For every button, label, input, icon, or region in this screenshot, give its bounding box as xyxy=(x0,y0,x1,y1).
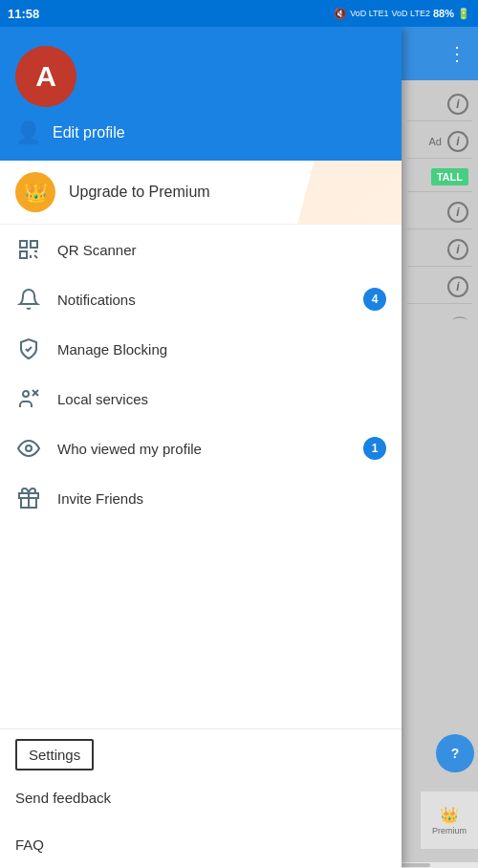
battery-icon: 🔋 xyxy=(457,8,470,20)
app-content: i Ad i TALL i i i ⌒ xyxy=(402,80,478,350)
notifications-badge: 4 xyxy=(363,288,386,311)
navigation-drawer: A 👤 Edit profile 👑 Upgrade to Premium xyxy=(0,27,402,868)
app-row-3: TALL xyxy=(407,163,472,192)
status-icons: 🔇 VoD LTE1 VoD LTE2 88% 🔋 xyxy=(334,8,470,20)
settings-button[interactable]: Settings xyxy=(15,739,94,770)
right-premium-tab[interactable]: 👑 Premium xyxy=(421,792,478,849)
curve-icon: ⌒ xyxy=(451,314,468,336)
fab-button[interactable]: ? xyxy=(436,734,474,772)
who-viewed-label: Who viewed my profile xyxy=(57,441,348,457)
who-viewed-badge: 1 xyxy=(363,437,386,460)
more-options-icon[interactable]: ⋮ xyxy=(447,42,467,65)
avatar: A xyxy=(15,46,76,107)
signal-icon1: VoD LTE1 xyxy=(350,9,388,18)
menu-item-qr-scanner[interactable]: QR Scanner xyxy=(0,225,402,274)
menu-item-invite-friends[interactable]: Invite Friends xyxy=(0,473,402,523)
gift-icon xyxy=(15,487,42,510)
person-icon: 👤 xyxy=(15,120,41,145)
edit-profile-label: Edit profile xyxy=(53,124,125,141)
mute-icon: 🔇 xyxy=(334,8,347,20)
faq-button[interactable]: FAQ xyxy=(0,821,402,868)
send-feedback-button[interactable]: Send feedback xyxy=(0,774,402,821)
status-bar: 11:58 🔇 VoD LTE1 VoD LTE2 88% 🔋 xyxy=(0,0,478,27)
info-icon-1: i xyxy=(447,94,468,115)
app-row-4: i xyxy=(407,196,472,229)
settings-wrapper: Settings xyxy=(0,729,402,774)
qr-scanner-icon xyxy=(15,238,42,261)
app-row-7: ⌒ xyxy=(407,308,472,342)
background-app: ⋮ i Ad i TALL i i i ⌒ xyxy=(402,27,478,868)
svg-point-7 xyxy=(23,391,29,397)
local-services-label: Local services xyxy=(57,391,386,407)
premium-icon-right: 👑 xyxy=(440,806,459,824)
info-icon-3: i xyxy=(447,202,468,223)
manage-blocking-label: Manage Blocking xyxy=(57,341,386,358)
battery-level: 88% xyxy=(433,8,454,19)
install-button[interactable]: TALL xyxy=(431,168,468,185)
qr-scanner-label: QR Scanner xyxy=(57,242,386,258)
ad-label: Ad xyxy=(429,136,442,147)
app-row-6: i xyxy=(407,271,472,304)
svg-point-10 xyxy=(26,445,32,451)
app-row-1: i xyxy=(407,88,472,121)
upgrade-premium-item[interactable]: 👑 Upgrade to Premium xyxy=(0,161,402,225)
menu-item-local-services[interactable]: Local services xyxy=(0,374,402,423)
avatar-letter: A xyxy=(35,60,56,93)
svg-rect-0 xyxy=(20,241,27,248)
info-icon-4: i xyxy=(447,239,468,260)
upgrade-label: Upgrade to Premium xyxy=(69,184,210,201)
menu-item-who-viewed[interactable]: Who viewed my profile 1 xyxy=(0,423,402,473)
local-services-icon xyxy=(15,387,42,410)
svg-rect-2 xyxy=(20,251,27,258)
status-time: 11:58 xyxy=(8,7,39,21)
premium-label-right: Premium xyxy=(432,826,467,835)
app-toolbar: ⋮ xyxy=(402,27,478,80)
menu-item-manage-blocking[interactable]: Manage Blocking xyxy=(0,324,402,374)
signal-icon2: VoD LTE2 xyxy=(392,9,430,18)
notifications-label: Notifications xyxy=(57,292,348,308)
app-layout: A 👤 Edit profile 👑 Upgrade to Premium xyxy=(0,27,478,868)
info-icon-2: i xyxy=(447,131,468,152)
svg-line-6 xyxy=(34,255,37,258)
eye-icon xyxy=(15,437,42,460)
bell-icon xyxy=(15,288,42,311)
info-icon-5: i xyxy=(447,276,468,297)
menu-list: QR Scanner Notifications 4 xyxy=(0,225,402,728)
shield-icon xyxy=(15,337,42,360)
drawer-bottom: Settings Send feedback FAQ xyxy=(0,728,402,868)
app-row-5: i xyxy=(407,233,472,267)
edit-profile-row[interactable]: 👤 Edit profile xyxy=(15,120,386,145)
invite-friends-label: Invite Friends xyxy=(57,490,386,507)
svg-rect-1 xyxy=(31,241,37,248)
app-row-2: Ad i xyxy=(407,125,472,159)
menu-item-notifications[interactable]: Notifications 4 xyxy=(0,274,402,324)
premium-crown-icon: 👑 xyxy=(15,172,55,212)
drawer-header: A 👤 Edit profile xyxy=(0,27,402,161)
